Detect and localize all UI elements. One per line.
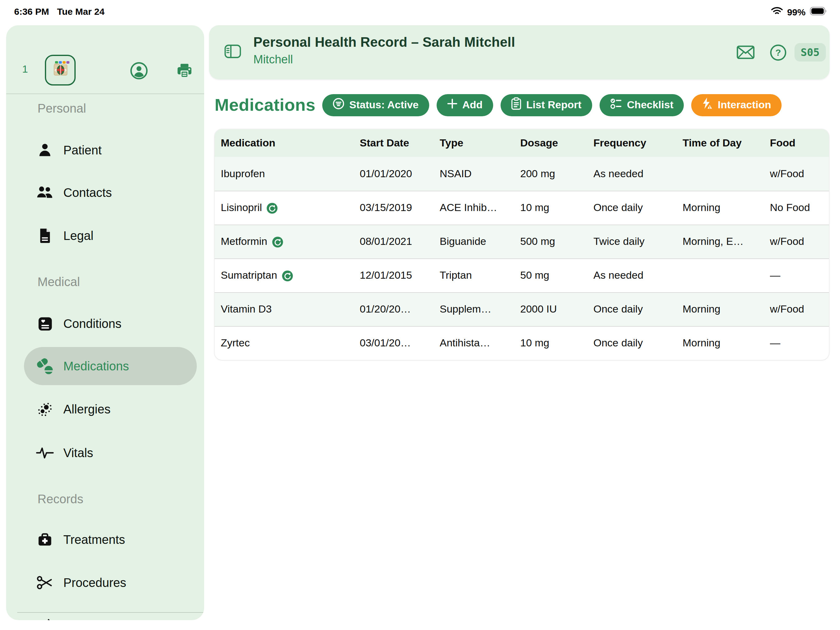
status-time: 6:36 PM — [14, 6, 49, 17]
battery-icon — [810, 6, 827, 17]
pills-icon — [36, 357, 54, 375]
print-button[interactable] — [175, 62, 194, 80]
table-row[interactable]: Vitamin D3 01/20/20… Supplem… 2000 IU On… — [215, 292, 829, 326]
sidebar: 1 — [6, 25, 204, 620]
dosage-cell: 500 mg — [520, 236, 594, 248]
person-circle-icon — [130, 73, 148, 82]
start-date-cell: 03/01/20… — [360, 337, 440, 350]
status-date: Tue Mar 24 — [57, 6, 104, 17]
start-date-cell: 01/20/20… — [360, 303, 440, 316]
health-clipboard-icon — [36, 314, 54, 333]
table-row[interactable]: Lisinopril 03/15/2019 ACE Inhib… 10 mg O… — [215, 191, 829, 225]
wifi-icon — [771, 6, 783, 17]
svg-text:?: ? — [775, 47, 781, 57]
time-of-day-cell: Morning — [682, 337, 770, 350]
sidebar-item-vitals[interactable]: Vitals — [6, 431, 204, 474]
section-header-personal: Personal — [38, 101, 86, 116]
app-window: 6:36 PM Tue Mar 24 99% — [0, 0, 840, 630]
page-title: Personal Health Record – Sarah Mitchell — [253, 35, 515, 51]
printer-icon — [175, 73, 194, 82]
health-folder-icon — [47, 74, 73, 84]
sidebar-item-treatments[interactable]: Treatments — [6, 518, 204, 561]
type-cell: Antihista… — [440, 337, 520, 350]
type-cell: Triptan — [440, 269, 520, 282]
status-filter-button[interactable]: Status: Active — [322, 94, 429, 116]
medication-name: Vitamin D3 — [221, 303, 272, 316]
column-header: Medication — [221, 137, 360, 149]
sidebar-item-label: Vitals — [63, 446, 93, 460]
checklist-label: Checklist — [627, 99, 673, 111]
status-badge[interactable]: S05 — [794, 43, 826, 62]
interaction-button[interactable]: Interaction — [691, 94, 782, 116]
sidebar-toggle-button[interactable] — [224, 44, 241, 61]
frequency-cell: Twice daily — [594, 236, 682, 248]
table-header-row: Medication Start Date Type Dosage Freque… — [215, 129, 829, 157]
column-header: Food — [770, 137, 823, 149]
mail-button[interactable] — [737, 46, 755, 62]
sidebar-item-label: Patient — [63, 143, 102, 157]
medication-name: Sumatriptan — [221, 269, 277, 282]
dosage-cell: 2000 IU — [520, 303, 594, 316]
interaction-label: Interaction — [718, 99, 771, 111]
frequency-cell: Once daily — [594, 303, 682, 316]
section-header-records: Records — [38, 492, 83, 507]
sidebar-item-label: Legal — [63, 229, 93, 243]
dosage-cell: 10 mg — [520, 202, 594, 214]
refill-icon — [266, 202, 278, 214]
sidebar-item-legal[interactable]: Legal — [6, 214, 204, 257]
sidebar-item-allergies[interactable]: Allergies — [6, 388, 204, 431]
document-icon — [36, 226, 54, 245]
medications-table: Medication Start Date Type Dosage Freque… — [215, 129, 829, 360]
sidebar-item-medications-selected[interactable]: Medications — [24, 347, 197, 385]
time-of-day-cell: Morning, E… — [682, 236, 770, 248]
table-row[interactable]: Metformin 08/01/2021 Biguanide 500 mg Tw… — [215, 225, 829, 258]
sidebar-item-label: Immunizations — [63, 619, 143, 620]
sidebar-item-patient[interactable]: Patient — [6, 128, 204, 172]
contacts-icon — [36, 184, 54, 202]
help-button[interactable]: ? — [770, 44, 786, 63]
table-row[interactable]: Zyrtec 03/01/20… Antihista… 10 mg Once d… — [215, 326, 829, 360]
sidebar-item-contacts[interactable]: Contacts — [6, 171, 204, 214]
allergens-icon — [36, 400, 54, 418]
start-date-cell: 12/01/2015 — [360, 269, 440, 282]
list-report-button[interactable]: List Report — [501, 94, 592, 116]
start-date-cell: 08/01/2021 — [360, 236, 440, 248]
battery-percent: 99% — [787, 6, 805, 17]
app-icon-button[interactable] — [45, 55, 76, 85]
dosage-cell: 200 mg — [520, 168, 594, 180]
profile-button[interactable] — [130, 62, 148, 80]
heartbeat-icon — [36, 443, 54, 462]
column-header: Frequency — [594, 137, 682, 149]
time-of-day-cell: Once daily — [594, 337, 682, 350]
food-cell: w/Food — [770, 236, 823, 248]
sidebar-item-label: Allergies — [63, 402, 111, 416]
frequency-cell: As needed — [594, 269, 682, 282]
section-header-medical: Medical — [38, 275, 80, 289]
add-label: Add — [463, 99, 483, 111]
food-cell: No Food — [770, 202, 823, 214]
person-icon — [36, 141, 54, 159]
sidebar-item-label: Medications — [63, 359, 129, 373]
start-date-cell: 03/15/2019 — [360, 202, 440, 214]
sidebar-item-label: Procedures — [63, 576, 126, 590]
type-cell: Biguanide — [440, 236, 520, 248]
frequency-cell: As needed — [594, 168, 682, 180]
time-of-day-cell: Morning — [682, 303, 770, 316]
sidebar-item-procedures[interactable]: Procedures — [6, 561, 204, 604]
checklist-button[interactable]: Checklist — [599, 94, 684, 116]
sidebar-bottom-divider — [17, 612, 204, 613]
sidebar-item-conditions[interactable]: Conditions — [6, 302, 204, 345]
table-row[interactable]: Sumatriptan 12/01/2015 Triptan 50 mg As … — [215, 258, 829, 292]
column-header: Type — [440, 137, 520, 149]
status-bar: 6:36 PM Tue Mar 24 99% — [0, 0, 840, 25]
medication-name: Lisinopril — [221, 202, 262, 214]
table-row[interactable]: Ibuprofen 01/01/2020 NSAID 200 mg As nee… — [215, 157, 829, 191]
medications-toolbar: Medications Status: Active Add — [215, 92, 829, 118]
sidebar-toolbar: 1 — [6, 55, 204, 85]
add-button[interactable]: Add — [437, 94, 493, 116]
bolt-warning-icon — [702, 97, 713, 113]
food-cell: — — [770, 269, 823, 282]
medication-name: Metformin — [221, 236, 267, 248]
type-cell: NSAID — [440, 168, 520, 180]
page-indicator: 1 — [22, 63, 28, 76]
